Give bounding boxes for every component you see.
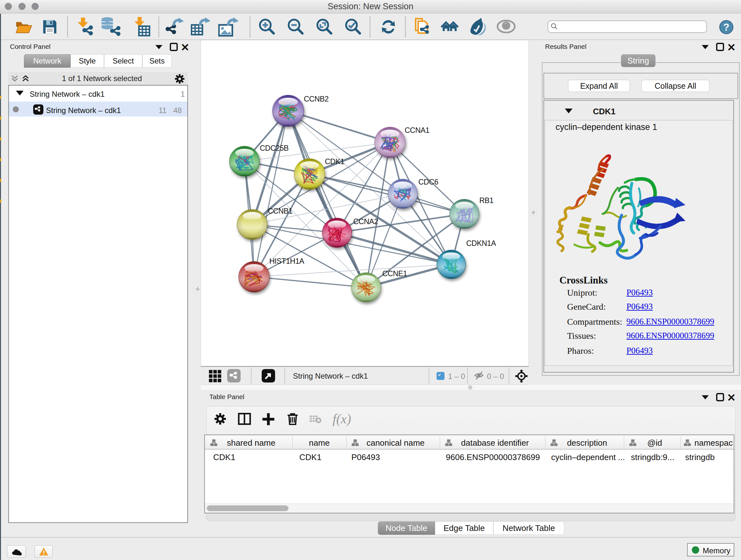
svg-text:CCNA1: CCNA1	[405, 126, 429, 134]
svg-text:CDK1: CDK1	[325, 158, 344, 166]
svg-text:CDC25B: CDC25B	[260, 144, 288, 152]
svg-text:HIST1H1A: HIST1H1A	[269, 257, 305, 265]
svg-text:CCNE1: CCNE1	[382, 269, 407, 278]
svg-text:RB1: RB1	[479, 196, 494, 205]
svg-text:CDKN1A: CDKN1A	[466, 239, 496, 247]
svg-text:CCNB2: CCNB2	[304, 95, 329, 103]
svg-text:CCNA2: CCNA2	[353, 217, 378, 226]
svg-text:CCNB1: CCNB1	[268, 207, 293, 215]
svg-text:CDC6: CDC6	[418, 178, 439, 186]
